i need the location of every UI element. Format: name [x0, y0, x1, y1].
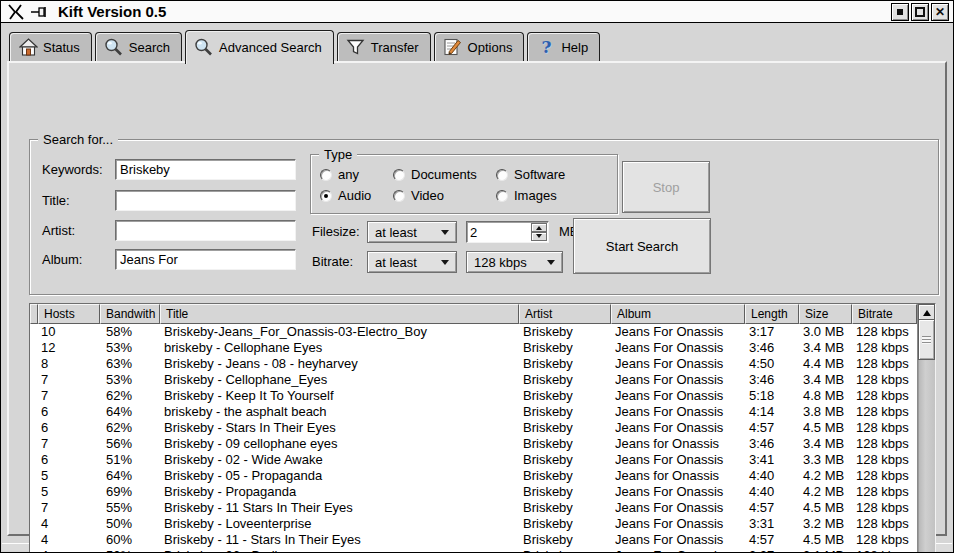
radio-button: [393, 190, 405, 202]
column-header-artist[interactable]: Artist: [519, 304, 611, 324]
radio-documents[interactable]: Documents: [393, 167, 496, 182]
title-input[interactable]: [115, 190, 296, 211]
album-input[interactable]: [115, 249, 296, 270]
table-row[interactable]: 863%Briskeby - Jeans - 08 - heyharveyBri…: [30, 356, 917, 372]
start-search-button[interactable]: Start Search: [573, 218, 711, 274]
table-row[interactable]: 762%Briskeby - Keep It To YourselfBriske…: [30, 388, 917, 404]
table-row[interactable]: 564%Briskeby - 05 - PropagandaBriskebyJe…: [30, 468, 917, 484]
radio-images[interactable]: Images: [496, 188, 617, 203]
cell-size: 4.5 MB: [799, 420, 852, 436]
home-icon: [18, 38, 38, 56]
cell-album: Jeans For Onassis: [611, 484, 745, 500]
cell-bandwith: 58%: [100, 324, 160, 340]
spin-up-button[interactable]: [531, 223, 547, 232]
cell-bandwith: 51%: [100, 452, 160, 468]
radio-button: [320, 169, 332, 181]
cell-artist: Briskeby: [519, 500, 611, 516]
minimize-button[interactable]: [891, 3, 909, 21]
stop-button[interactable]: Stop: [622, 161, 710, 213]
table-row[interactable]: 460%Briskeby - 11 - Stars In Their EyesB…: [30, 532, 917, 548]
scrollbar-thumb[interactable]: [918, 320, 935, 360]
radio-software[interactable]: Software: [496, 167, 617, 182]
filesize-label: Filesize:: [312, 221, 360, 243]
column-header-hosts[interactable]: Hosts: [38, 304, 100, 324]
table-row[interactable]: 753%Briskeby - Cellophane_EyesBriskebyJe…: [30, 372, 917, 388]
filesize-spinner[interactable]: [466, 221, 549, 243]
bitrate-comparator-select[interactable]: at least: [367, 251, 457, 273]
tab-status[interactable]: Status: [9, 32, 92, 61]
radio-label: Software: [514, 167, 565, 182]
table-row[interactable]: 1253%briskeby - Cellophane EyesBriskebyJ…: [30, 340, 917, 356]
tab-help[interactable]: ? Help: [527, 32, 600, 61]
table-row[interactable]: 569%Briskeby - PropagandaBriskebyJeans F…: [30, 484, 917, 500]
cell-title: Briskeby - 06 - Berlin: [160, 548, 519, 553]
radio-button: [496, 169, 508, 181]
column-header-bitrate[interactable]: Bitrate: [852, 304, 917, 324]
artist-input[interactable]: [115, 220, 296, 241]
results-header: HostsBandwithTitleArtistAlbumLengthSizeB…: [30, 304, 917, 324]
cell-album: Jeans for Onassis: [611, 468, 745, 484]
cell-size: 3.8 MB: [799, 404, 852, 420]
column-header-length[interactable]: Length: [745, 304, 799, 324]
column-header-title[interactable]: Title: [160, 304, 519, 324]
cell-title: Briskeby - Loveenterprise: [160, 516, 519, 532]
titlebar[interactable]: Kift Version 0.5 ✕: [1, 1, 953, 23]
keywords-input[interactable]: [115, 159, 296, 180]
radio-label: Documents: [411, 167, 477, 182]
spin-down-button[interactable]: [531, 232, 547, 241]
cell-title: Briskeby - 02 - Wide Awake: [160, 452, 519, 468]
cell-bitrate: 128 kbps: [852, 532, 917, 548]
table-row[interactable]: 756%Briskeby - 09 cellophane eyesBriskeb…: [30, 436, 917, 452]
tab-label: Help: [561, 40, 588, 55]
filesize-comparator-select[interactable]: at least: [367, 221, 457, 243]
table-row[interactable]: 651%Briskeby - 02 - Wide AwakeBriskebyJe…: [30, 452, 917, 468]
tab-transfer[interactable]: Transfer: [337, 32, 431, 61]
chevron-down-icon: [547, 260, 555, 269]
cell-bitrate: 128 kbps: [852, 516, 917, 532]
cell-artist: Briskeby: [519, 516, 611, 532]
column-header-album[interactable]: Album: [611, 304, 745, 324]
column-header-bandwith[interactable]: Bandwith: [100, 304, 160, 324]
close-button[interactable]: ✕: [931, 3, 949, 21]
cell-length: 5:18: [745, 388, 799, 404]
cell-artist: Briskeby: [519, 548, 611, 553]
table-row[interactable]: 755%Briskeby - 11 Stars In Their EyesBri…: [30, 500, 917, 516]
cell-hosts: 8: [30, 356, 100, 372]
radio-audio[interactable]: Audio: [320, 188, 393, 203]
cell-length: 3:27: [745, 548, 799, 553]
bitrate-label: Bitrate:: [312, 251, 353, 273]
tab-advanced-search[interactable]: Advanced Search: [185, 30, 334, 64]
cell-hosts: 12: [30, 340, 100, 356]
arrow-up-icon: [536, 223, 542, 230]
radio-video[interactable]: Video: [393, 188, 496, 203]
column-header-size[interactable]: Size: [799, 304, 852, 324]
scroll-up-button[interactable]: [918, 304, 935, 320]
bitrate-value-select[interactable]: 128 kbps: [466, 251, 563, 273]
cell-bandwith: 50%: [100, 548, 160, 553]
tab-bar: Status Search Advanced Search Transfer O…: [9, 30, 603, 64]
x11-logo-icon: [8, 4, 26, 20]
cell-album: Jeans For Onassis: [611, 324, 745, 340]
cell-title: Briskeby - Propaganda: [160, 484, 519, 500]
table-row[interactable]: 450%Briskeby - LoveenterpriseBriskebyJea…: [30, 516, 917, 532]
minimize-icon: [897, 9, 903, 15]
maximize-button[interactable]: [911, 3, 929, 21]
filesize-value-input[interactable]: [467, 222, 531, 242]
scrollbar-track[interactable]: [918, 360, 935, 553]
table-row[interactable]: 1058%Briskeby-Jeans_For_Onassis-03-Elect…: [30, 324, 917, 340]
cell-hosts: 7: [30, 388, 100, 404]
radio-any[interactable]: any: [320, 167, 393, 182]
cell-artist: Briskeby: [519, 404, 611, 420]
cell-album: Jeans For Onassis: [611, 548, 745, 553]
tab-search[interactable]: Search: [95, 32, 182, 61]
cell-hosts: 7: [30, 436, 100, 452]
cell-title: Briskeby - 11 - Stars In Their Eyes: [160, 532, 519, 548]
tab-options[interactable]: Options: [434, 32, 525, 61]
table-row[interactable]: 664%briskeby - the asphalt beachBriskeby…: [30, 404, 917, 420]
table-row[interactable]: 450%Briskeby - 06 - BerlinBriskebyJeans …: [30, 548, 917, 553]
cell-bitrate: 128 kbps: [852, 324, 917, 340]
cell-album: Jeans For Onassis: [611, 404, 745, 420]
table-row[interactable]: 662%Briskeby - Stars In Their EyesBriske…: [30, 420, 917, 436]
tab-label: Status: [43, 40, 80, 55]
vertical-scrollbar[interactable]: [917, 304, 935, 553]
